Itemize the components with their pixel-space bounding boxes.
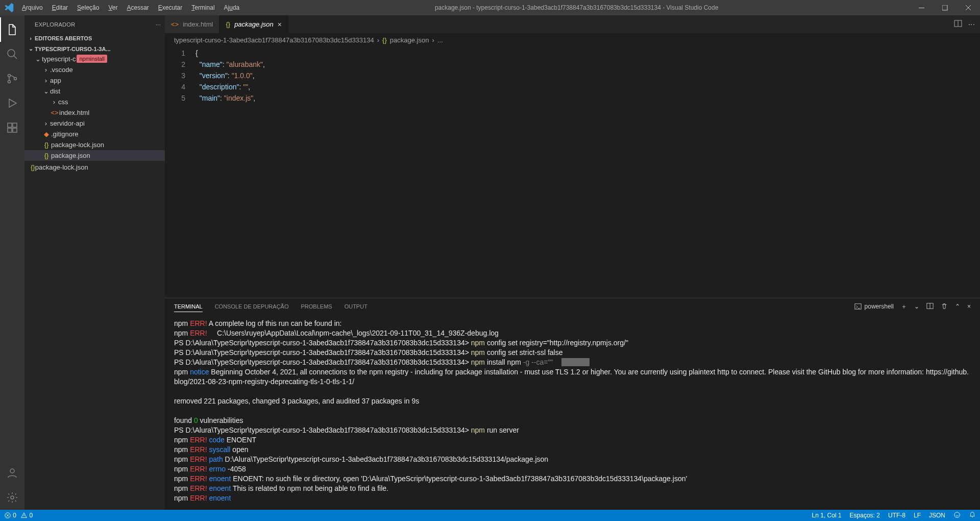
svg-rect-13 bbox=[13, 123, 17, 127]
tree-folder-servidor[interactable]: › servidor-api bbox=[24, 118, 165, 129]
svg-marker-9 bbox=[9, 99, 16, 107]
bottom-panel: TERMINAL CONSOLE DE DEPURAÇÃO PROBLEMS O… bbox=[165, 298, 980, 510]
close-tab-icon[interactable]: × bbox=[278, 20, 282, 29]
npm-install-badge: npminstall bbox=[77, 55, 107, 63]
svg-rect-1 bbox=[942, 5, 947, 10]
settings-gear-icon[interactable] bbox=[0, 485, 24, 510]
json-file-icon: {} bbox=[42, 152, 51, 159]
explorer-icon[interactable] bbox=[0, 17, 24, 42]
status-encoding[interactable]: UTF-8 bbox=[888, 512, 905, 519]
status-cursor-position[interactable]: Ln 1, Col 1 bbox=[812, 512, 842, 519]
status-eol[interactable]: LF bbox=[914, 512, 921, 519]
terminal-dropdown-icon[interactable]: ⌄ bbox=[914, 303, 919, 310]
split-editor-icon[interactable] bbox=[954, 19, 962, 30]
window-title: package.json - typescript-curso-1-3abed3… bbox=[243, 4, 910, 11]
menu-arquivo[interactable]: Arquivo bbox=[18, 4, 47, 11]
breadcrumb[interactable]: typescript-curso-1-3abed3acb1f738847a3b3… bbox=[165, 33, 980, 46]
accounts-icon[interactable] bbox=[0, 461, 24, 485]
menu-editar[interactable]: Editar bbox=[48, 4, 72, 11]
svg-line-5 bbox=[14, 56, 17, 59]
kill-terminal-icon[interactable] bbox=[941, 302, 948, 311]
menu-ajuda[interactable]: Ajuda bbox=[220, 4, 244, 11]
status-language[interactable]: JSON bbox=[929, 512, 945, 519]
line-gutter: 12345 bbox=[165, 46, 195, 298]
json-file-icon: {} bbox=[31, 163, 35, 171]
tree-folder-vscode[interactable]: › .vscode bbox=[24, 64, 165, 75]
svg-rect-10 bbox=[8, 123, 12, 127]
html-file-icon: <> bbox=[50, 109, 59, 116]
project-section[interactable]: ⌄ TYPESCRIPT-CURSO-1-3A... bbox=[24, 44, 165, 53]
tree-folder-dist[interactable]: ⌄ dist bbox=[24, 86, 165, 97]
menu-acessar[interactable]: Acessar bbox=[122, 4, 153, 11]
menu-bar: Arquivo Editar Seleção Ver Acessar Execu… bbox=[18, 4, 243, 11]
tab-index-html[interactable]: <> index.html bbox=[165, 15, 219, 33]
svg-point-14 bbox=[10, 469, 14, 473]
tree-file-package-json[interactable]: {} package.json bbox=[24, 150, 165, 161]
svg-point-8 bbox=[14, 78, 17, 80]
status-feedback-icon[interactable] bbox=[953, 511, 961, 520]
tree-file-index-html[interactable]: <> index.html bbox=[24, 107, 165, 118]
minimize-button[interactable] bbox=[910, 0, 933, 15]
explorer-sidebar: EXPLORADOR ··· › EDITORES ABERTOS ⌄ TYPE… bbox=[24, 15, 165, 510]
extensions-icon[interactable] bbox=[0, 115, 24, 140]
code-content[interactable]: { "name": "alurabank", "version": "1.0.0… bbox=[195, 46, 980, 298]
minimap[interactable] bbox=[928, 48, 974, 88]
more-actions-icon[interactable]: ··· bbox=[156, 21, 161, 28]
new-terminal-icon[interactable]: ＋ bbox=[901, 302, 907, 311]
maximize-panel-icon[interactable]: ⌃ bbox=[955, 303, 960, 310]
status-bar: 0 0 Ln 1, Col 1 Espaços: 2 UTF-8 LF JSON bbox=[0, 510, 980, 521]
tree-folder-css[interactable]: › css bbox=[24, 97, 165, 107]
json-file-icon: {} bbox=[382, 36, 387, 44]
close-button[interactable] bbox=[957, 0, 980, 15]
chevron-down-icon: ⌄ bbox=[42, 87, 50, 95]
menu-ver[interactable]: Ver bbox=[104, 4, 121, 11]
chevron-right-icon: › bbox=[42, 77, 50, 84]
more-editor-actions-icon[interactable]: ··· bbox=[968, 20, 975, 29]
open-editors-section[interactable]: › EDITORES ABERTOS bbox=[24, 34, 165, 42]
outline-item[interactable]: {} package-lock.json bbox=[24, 162, 165, 173]
status-indentation[interactable]: Espaços: 2 bbox=[850, 512, 880, 519]
status-warnings[interactable]: 0 bbox=[20, 512, 33, 519]
status-notifications-icon[interactable] bbox=[969, 511, 976, 520]
maximize-button[interactable] bbox=[933, 0, 957, 15]
panel-tab-output[interactable]: OUTPUT bbox=[345, 301, 368, 312]
chevron-right-icon: › bbox=[27, 35, 35, 41]
tree-file-gitignore[interactable]: ◆ .gitignore bbox=[24, 129, 165, 139]
activity-bar bbox=[0, 15, 24, 510]
menu-selecao[interactable]: Seleção bbox=[73, 4, 103, 11]
tree-folder-root[interactable]: ⌄ typescript-c npminstall bbox=[24, 53, 165, 64]
json-file-icon: {} bbox=[226, 20, 230, 28]
svg-rect-11 bbox=[8, 128, 12, 132]
panel-tab-debug-console[interactable]: CONSOLE DE DEPURAÇÃO bbox=[215, 301, 289, 312]
close-panel-icon[interactable]: × bbox=[967, 303, 971, 310]
split-terminal-icon[interactable] bbox=[926, 302, 934, 311]
panel-tab-terminal[interactable]: TERMINAL bbox=[174, 301, 203, 312]
svg-point-7 bbox=[8, 81, 11, 83]
editor-tabs: <> index.html {} package.json × ··· bbox=[165, 15, 980, 33]
chevron-right-icon: › bbox=[42, 120, 50, 127]
title-bar: Arquivo Editar Seleção Ver Acessar Execu… bbox=[0, 0, 980, 15]
chevron-right-icon: › bbox=[377, 36, 379, 44]
explorer-title: EXPLORADOR bbox=[35, 21, 75, 28]
run-debug-icon[interactable] bbox=[0, 91, 24, 115]
html-file-icon: <> bbox=[171, 20, 179, 28]
terminal-shell-selector[interactable]: powershell bbox=[854, 303, 894, 310]
svg-point-4 bbox=[8, 50, 15, 57]
svg-rect-0 bbox=[919, 8, 924, 8]
source-control-icon[interactable] bbox=[0, 66, 24, 91]
terminal-output[interactable]: npm ERR! A complete log of this run can … bbox=[165, 315, 980, 510]
menu-executar[interactable]: Executar bbox=[154, 4, 186, 11]
code-editor[interactable]: 12345 { "name": "alurabank", "version": … bbox=[165, 46, 980, 298]
menu-terminal[interactable]: Terminal bbox=[187, 4, 218, 11]
status-errors[interactable]: 0 bbox=[4, 512, 16, 519]
panel-tab-problems[interactable]: PROBLEMS bbox=[301, 301, 332, 312]
editor-area: <> index.html {} package.json × ··· type… bbox=[165, 15, 980, 510]
tree-folder-app[interactable]: › app bbox=[24, 75, 165, 86]
svg-point-15 bbox=[11, 496, 14, 499]
vscode-logo bbox=[0, 3, 18, 12]
svg-point-6 bbox=[8, 75, 11, 77]
tab-package-json[interactable]: {} package.json × bbox=[219, 15, 288, 33]
search-icon[interactable] bbox=[0, 42, 24, 66]
json-file-icon: {} bbox=[42, 141, 51, 149]
tree-file-package-lock[interactable]: {} package-lock.json bbox=[24, 139, 165, 150]
